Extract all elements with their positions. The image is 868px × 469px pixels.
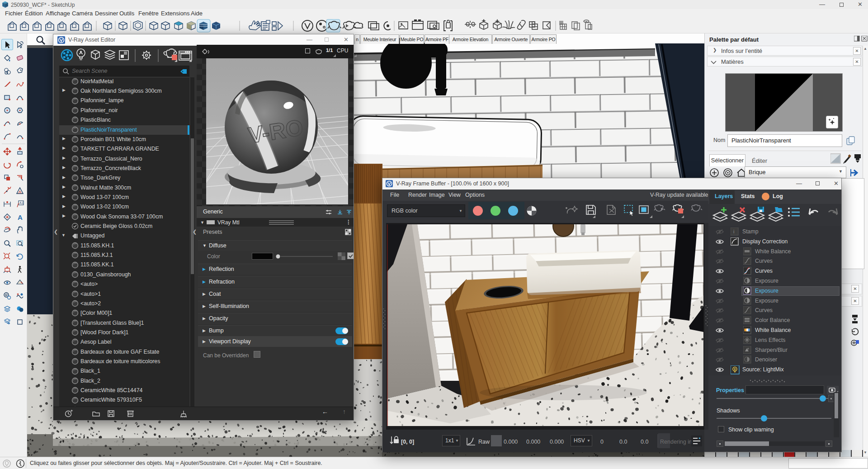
svg-text:i: i <box>733 229 734 234</box>
svg-text:A: A <box>18 213 23 221</box>
svg-text:A1: A1 <box>19 201 24 204</box>
